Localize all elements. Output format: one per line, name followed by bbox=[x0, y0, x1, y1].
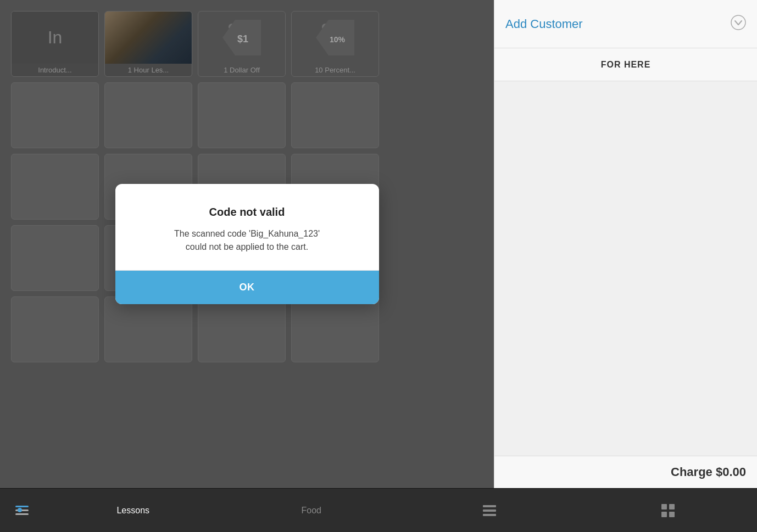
grid-view-icon bbox=[660, 503, 676, 518]
tab-bar: Lessons Food bbox=[0, 488, 757, 532]
tab-list-view[interactable] bbox=[400, 489, 579, 532]
tab-menu[interactable] bbox=[0, 489, 44, 532]
svg-rect-9 bbox=[669, 504, 675, 509]
cart-header: Add Customer bbox=[494, 0, 757, 48]
modal-box: Code not valid The scanned code 'Big_Kah… bbox=[115, 184, 379, 304]
svg-rect-6 bbox=[483, 509, 496, 512]
modal-body: Code not valid The scanned code 'Big_Kah… bbox=[115, 184, 379, 270]
tab-food-label: Food bbox=[302, 506, 321, 516]
hamburger-line-1 bbox=[15, 506, 29, 507]
modal-message: The scanned code 'Big_Kahuna_123'could n… bbox=[137, 227, 357, 254]
hamburger-line-3 bbox=[15, 513, 29, 515]
tab-food[interactable]: Food bbox=[222, 489, 401, 532]
cart-chevron-button[interactable] bbox=[731, 15, 746, 33]
svg-rect-11 bbox=[669, 512, 675, 517]
cart-footer: Charge $0.00 bbox=[494, 456, 757, 488]
cart-body bbox=[494, 81, 757, 456]
charge-button[interactable]: Charge $0.00 bbox=[671, 465, 746, 479]
modal-title: Code not valid bbox=[137, 206, 357, 219]
main-area: In Introduct... 1 Hour Les... bbox=[0, 0, 757, 488]
app-container: In Introduct... 1 Hour Les... bbox=[0, 0, 757, 532]
hamburger-icon-wrap bbox=[15, 506, 29, 515]
svg-rect-5 bbox=[483, 505, 496, 507]
svg-rect-10 bbox=[661, 512, 667, 517]
modal-overlay: Code not valid The scanned code 'Big_Kah… bbox=[0, 0, 494, 488]
add-customer-button[interactable]: Add Customer bbox=[505, 17, 583, 31]
cart-panel: Add Customer FOR HERE Charge $0.00 bbox=[494, 0, 757, 488]
svg-rect-7 bbox=[483, 514, 496, 516]
chevron-down-icon bbox=[731, 15, 746, 30]
svg-point-4 bbox=[731, 15, 745, 30]
tab-lessons-label: Lessons bbox=[116, 506, 149, 516]
tab-notification-dot bbox=[18, 508, 22, 512]
product-panel: In Introduct... 1 Hour Les... bbox=[0, 0, 494, 488]
for-here-label: FOR HERE bbox=[601, 60, 651, 70]
list-view-icon bbox=[482, 503, 497, 518]
tab-grid-view[interactable] bbox=[579, 489, 758, 532]
for-here-section: FOR HERE bbox=[494, 48, 757, 81]
svg-rect-8 bbox=[661, 504, 667, 509]
modal-ok-button[interactable]: OK bbox=[115, 271, 379, 304]
modal-footer: OK bbox=[115, 270, 379, 304]
tab-lessons[interactable]: Lessons bbox=[44, 489, 222, 532]
